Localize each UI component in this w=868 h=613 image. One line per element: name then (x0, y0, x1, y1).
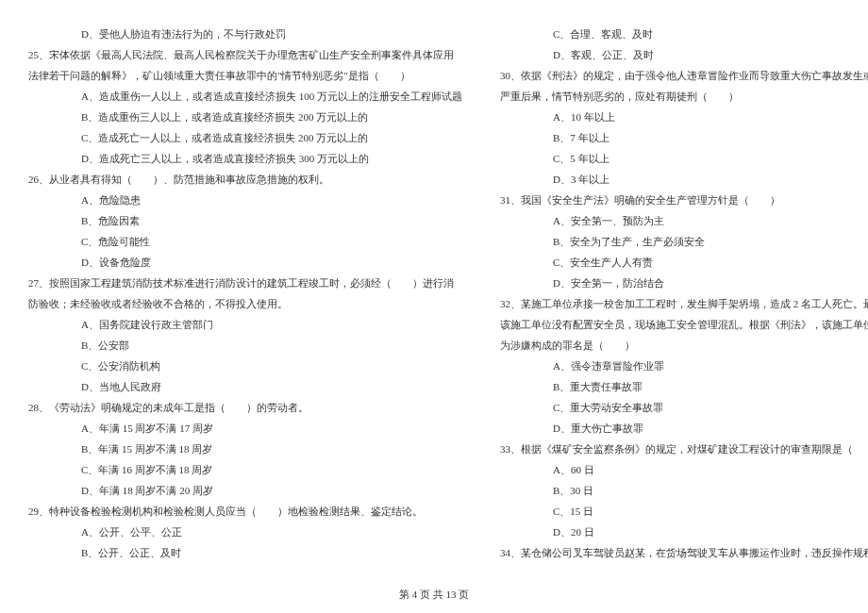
text-line: 该施工单位没有配置安全员，现场施工安全管理混乱。根据《刑法》，该施工单位负责人的… (500, 314, 868, 335)
text-line: A、安全第一、预防为主 (500, 210, 868, 231)
text-line: 25、宋体依据《最高人民法院、最高人民检察院关于办理危害矿山生产安全刑事案件具体… (28, 44, 462, 65)
text-line: B、危险因素 (28, 210, 462, 231)
text-line: 32、某施工单位承接一校舍加工工程时，发生脚手架坍塌，造成 2 名工人死亡。最后… (500, 293, 868, 314)
text-line: B、7 年以上 (500, 127, 868, 148)
text-line: 31、我国《安全生产法》明确的安全生产管理方针是（ ） (500, 190, 868, 210)
text-line: B、安全为了生产，生产必须安全 (500, 231, 868, 252)
text-line: B、公安部 (28, 335, 462, 356)
text-line: 29、特种设备检验检测机构和检验检测人员应当（ ）地检验检测结果、鉴定结论。 (28, 501, 462, 522)
text-line: 法律若干问题的解释》，矿山领域重大责任事故罪中的"情节特别恶劣"是指（ ） (28, 65, 462, 86)
text-line: D、重大伤亡事故罪 (500, 418, 868, 439)
text-line: A、国务院建设行政主管部门 (28, 314, 462, 335)
text-line: C、危险可能性 (28, 231, 462, 252)
text-line: B、30 日 (500, 480, 868, 501)
text-line: 严重后果，情节特别恶劣的，应处有期徒刑（ ） (500, 86, 868, 107)
text-line: B、年满 15 周岁不满 18 周岁 (28, 439, 462, 459)
text-line: 28、《劳动法》明确规定的未成年工是指（ ）的劳动者。 (28, 397, 462, 418)
text-line: A、年满 15 周岁不满 17 周岁 (28, 418, 462, 439)
text-line: B、造成重伤三人以上，或者造成直接经济损失 200 万元以上的 (28, 107, 462, 127)
text-line: B、重大责任事故罪 (500, 376, 868, 397)
text-line: A、危险隐患 (28, 190, 462, 210)
text-line: A、60 日 (500, 459, 868, 480)
text-line: 26、从业者具有得知（ ）、防范措施和事故应急措施的权利。 (28, 169, 462, 190)
text-line: C、年满 16 周岁不满 18 周岁 (28, 459, 462, 480)
text-line: 为涉嫌构成的罪名是（ ） (500, 335, 868, 356)
text-line: 34、某仓储公司叉车驾驶员赵某，在货场驾驶叉车从事搬运作业时，违反操作规程，超速… (500, 542, 868, 563)
page-columns: D、受他人胁迫有违法行为的，不与行政处罚25、宋体依据《最高人民法院、最高人民检… (28, 24, 840, 585)
text-line: D、年满 18 周岁不满 20 周岁 (28, 480, 462, 501)
text-line: C、重大劳动安全事故罪 (500, 397, 868, 418)
text-line: D、当地人民政府 (28, 376, 462, 397)
text-line: D、受他人胁迫有违法行为的，不与行政处罚 (28, 24, 462, 44)
left-column: D、受他人胁迫有违法行为的，不与行政处罚25、宋体依据《最高人民法院、最高人民检… (28, 24, 462, 585)
text-line: 27、按照国家工程建筑消防技术标准进行消防设计的建筑工程竣工时，必须经（ ）进行… (28, 273, 462, 293)
text-line: C、5 年以上 (500, 148, 868, 169)
text-line: D、3 年以上 (500, 169, 868, 190)
text-line: A、强令违章冒险作业罪 (500, 356, 868, 376)
right-column: C、合理、客观、及时D、客观、公正、及时30、依据《刑法》的规定，由于强令他人违… (500, 24, 868, 585)
text-line: 防验收；未经验收或者经验收不合格的，不得投入使用。 (28, 293, 462, 314)
text-line: D、安全第一，防治结合 (500, 273, 868, 293)
text-line: D、设备危险度 (28, 252, 462, 273)
text-line: B、公开、公正、及时 (28, 542, 462, 563)
text-line: D、客观、公正、及时 (500, 44, 868, 65)
text-line: A、10 年以上 (500, 107, 868, 127)
text-line: A、公开、公平、公正 (28, 522, 462, 542)
text-line: C、安全生产人人有责 (500, 252, 868, 273)
text-line: D、造成死亡三人以上，或者造成直接经济损失 300 万元以上的 (28, 148, 462, 169)
page-footer: 第 4 页 共 13 页 (0, 588, 868, 602)
text-line: C、合理、客观、及时 (500, 24, 868, 44)
text-line: C、公安消防机构 (28, 356, 462, 376)
text-line: 33、根据《煤矿安全监察条例》的规定，对煤矿建设工程设计的审查期限是（ ）天? (500, 439, 868, 459)
text-line: C、造成死亡一人以上，或者造成直接经济损失 200 万元以上的 (28, 127, 462, 148)
text-line: 30、依据《刑法》的规定，由于强令他人违章冒险作业而导致重大伤亡事故发生或者造成… (500, 65, 868, 86)
text-line: A、造成重伤一人以上，或者造成直接经济损失 100 万元以上的注册安全工程师试题 (28, 86, 462, 107)
text-line: D、20 日 (500, 522, 868, 542)
text-line: C、15 日 (500, 501, 868, 522)
